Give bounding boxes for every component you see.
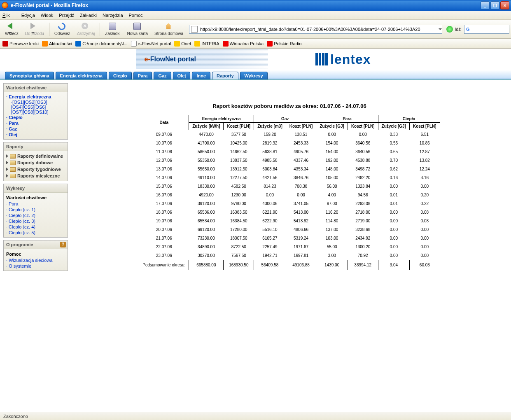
radio-icon [267,41,273,47]
menu-go[interactable]: Przejdź [59,13,74,18]
menu-bar: Plik Edycja Widok Przejdź Zakładki Narzę… [0,11,511,20]
reload-icon [56,21,67,31]
interia-icon [194,41,200,47]
page-icon [191,26,198,33]
url-input[interactable] [199,27,438,32]
bm-interia[interactable]: INTERIA [194,41,219,47]
search-input[interactable] [471,26,500,32]
menu-bookmarks[interactable]: Zakładki [80,13,97,18]
bm-eflownet[interactable]: e-FlowNet portal [131,41,171,47]
newtab-icon [133,23,141,30]
bookmarks-button[interactable]: Zakładki [102,22,124,37]
url-bar[interactable] [189,25,442,34]
home-icon [165,23,172,30]
rss-icon [42,41,48,47]
go-label: Idź [455,27,461,32]
menu-help[interactable]: Pomoc [129,13,143,18]
back-button[interactable]: Wstecz [2,22,22,37]
minimize-button[interactable]: _ [481,1,490,9]
bm-pierwsze-kroki[interactable]: Pierwsze kroki [2,41,39,47]
bm-polskie-radio[interactable]: Polskie Radio [267,41,301,47]
bookmark-icon [2,41,8,47]
maximize-button[interactable]: ❐ [490,1,499,9]
window-titlebar: e-FlowNet portal - Mozilla Firefox _ ❐ ✕ [0,0,511,11]
arrow-right-icon [30,23,35,29]
firefox-icon [2,2,8,9]
arrow-left-icon [7,23,12,29]
close-button[interactable]: ✕ [500,1,509,9]
newtab-button[interactable]: Nowa karta [124,22,151,37]
go-icon[interactable] [446,26,453,33]
menu-tools[interactable]: Narzędzia [103,13,123,18]
home-button[interactable]: Strona domowa [151,22,187,37]
url-dropdown-icon[interactable] [439,28,442,30]
forward-button[interactable]: Do przodu [22,22,47,37]
menu-edit[interactable]: Edycja [21,13,35,18]
menu-file[interactable]: Plik [2,13,16,18]
onet-icon [174,41,180,47]
reload-button[interactable]: Odśwież [51,22,73,37]
bm-wp[interactable]: Wirtualna Polska [223,41,264,47]
search-box[interactable]: G [464,25,509,34]
wp-icon [223,41,229,47]
menu-view[interactable]: Widok [41,13,54,18]
bookmarks-toolbar: Pierwsze kroki Aktualności C:\moje dokum… [0,39,511,49]
folder-icon [75,41,81,47]
bookmarks-icon [109,23,116,30]
bm-onet[interactable]: Onet [174,41,191,47]
stop-button[interactable]: ✕ Zatrzymaj [73,22,98,37]
bm-moje-dokumenty[interactable]: C:\moje dokumenty\l... [75,41,127,47]
navigation-toolbar: Wstecz Do przodu Odśwież ✕ Zatrzymaj Zak… [0,20,511,39]
stop-icon: ✕ [82,23,88,29]
page-icon [131,41,137,47]
window-title: e-FlowNet portal - Mozilla Firefox [11,2,481,8]
google-icon: G [466,27,470,32]
bm-aktualnosci[interactable]: Aktualności [42,41,72,47]
